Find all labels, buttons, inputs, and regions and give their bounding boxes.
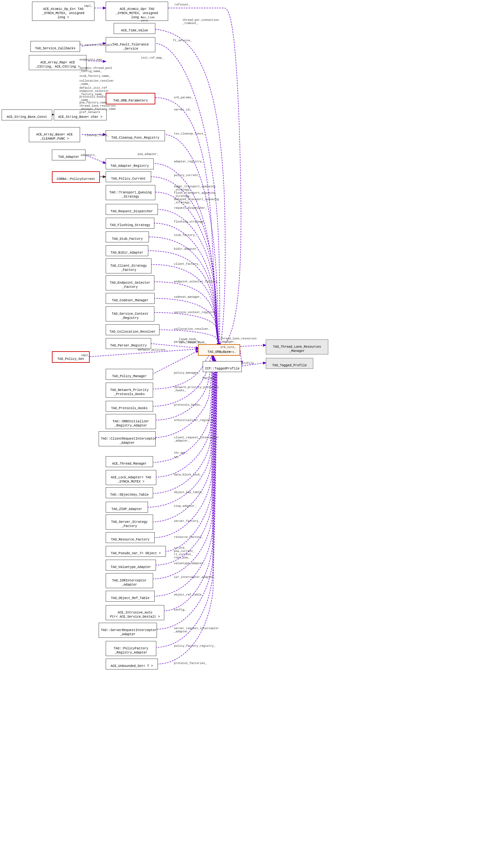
node-tao-orbinitializer-registry-adapter[interactable]: TAO::ORBInitializer _Registry_Adapter [106, 414, 156, 429]
node-tao-collocation-resolver[interactable]: TAO_Collocation_Resolver [106, 324, 159, 335]
label-collocation-resolver: collocation_resolver_ [174, 328, 210, 331]
node-tao-stub-factory[interactable]: TAO_Stub_Factory [106, 231, 149, 242]
label-server-factory: server_factory_ [174, 520, 200, 523]
label-adapters: adapters_ [81, 154, 96, 157]
node-tao-orb-parameters[interactable]: TAO_ORB_Parameters [106, 93, 155, 104]
node-tao-server-request-interceptor-adapter[interactable]: TAO::ServerRequestInterceptor _Adapter [99, 623, 157, 638]
label-protocol-factories: protocol_factories_ [174, 662, 207, 665]
label-policy-current: policy_current_ [174, 174, 200, 177]
label-adapter-registry: adapter_registry_ [174, 160, 204, 163]
node-ace-intrusive-auto-ptr[interactable]: ACE_Intrusive_Auto Ptr< ACE_Service_Gest… [106, 605, 164, 620]
label-thread-per-connection: thread_per_connection_timeout_ [183, 18, 219, 25]
label-lipwd-hook: lipwd_hook_sync_scope_hook_ [179, 338, 206, 344]
label-resource-factory: resource_factory_ [174, 536, 204, 539]
label-collocation-resolver-name: collocation_resolver_name_ [79, 79, 114, 86]
label-profile: profile_ [242, 362, 255, 365]
label-orb-core-2: orb_core_ [220, 351, 236, 354]
label-orb-core-1: orb_core_ [220, 346, 236, 349]
label-data-block-lock: data_block_lock_ [174, 473, 201, 477]
node-ace-lock-adapter-synch-mutex[interactable]: ACE_Lock_Adapter< TAO _SYNCH_MUTEX > [106, 470, 156, 485]
node-tao-codeset-manager[interactable]: TAO_Codeset_Manager [106, 293, 155, 304]
label-init-ref-map: init_ref_map_ [141, 56, 163, 59]
node-ace-thread-manager[interactable]: ACE_Thread_Manager [106, 456, 153, 467]
label-refcount: refcount_ [174, 3, 190, 6]
node-tao-adapter-registry[interactable]: TAO_Adapter_Registry [106, 159, 154, 169]
node-tao-thread-lane-resources-manager[interactable]: TAO_Thread_Lane_Resources _Manager [266, 339, 328, 355]
label-flush-transport: flush_transport_queueing_strategy_ [174, 191, 215, 198]
diagram-container: ACE_Atomic_Op_Ex< TAO _SYNCH_MUTEX, unsi… [0, 0, 498, 868]
label-stub-factory: stub_factory_ [174, 234, 196, 237]
label-cleanup-funcs: cleanup_funcs_ [85, 134, 109, 137]
node-tao-pseudo-var-tc-object[interactable]: TAO_Pseudo_Var_T< Object > [106, 546, 166, 557]
label-default-init-ref: default_init_ref [79, 86, 107, 90]
node-ace-atomic-op-tao[interactable]: ACE_Atomic_Op< TAO _SYNCH_MUTEX, unsigne… [106, 2, 168, 21]
node-tao-policy-set[interactable]: TAO_Policy_Set [52, 351, 90, 363]
node-tao-endpoint-selector-factory[interactable]: TAO_Endpoint_Selector _Factory [106, 275, 154, 290]
label-object-key-table: object_key_table_ [174, 491, 204, 494]
node-tao-policy-factory-registry-adapter[interactable]: TAO::PolicyFactory _Registry_Adapter [106, 641, 156, 656]
label-ior-interceptor-adapter: ior_interceptor_adapter_ [174, 576, 215, 579]
label-endpoints-map: endpoints_map_ [79, 58, 104, 62]
label-thread-lane-resources-manager: thread_lane_resources_manager_ [220, 337, 257, 344]
label-thr-mgr: thr_mgr_ [174, 452, 188, 455]
node-tao-parser-registry[interactable]: TAO_Parser_Registry [106, 338, 151, 349]
node-icp-tagged-profile[interactable]: ICP::TaggedProfile [203, 361, 242, 372]
node-tao-client-strategy-factory[interactable]: TAO_Client_Strategy _Factory [106, 258, 152, 273]
node-ace-time-value[interactable]: ACE_Time_Value [114, 23, 155, 34]
svg-line-9 [152, 351, 199, 374]
node-tao-resource-factory[interactable]: TAO_Resource_Factory [106, 532, 155, 543]
label-tm: tm_ [174, 456, 179, 459]
label-server-id: server_id_ [174, 108, 191, 111]
node-corba-policy-current[interactable]: CORBA::PolicyCurrent [52, 171, 100, 183]
node-tao-valuetype-adapter[interactable]: TAO_Valuetype_Adapter [106, 560, 156, 571]
node-tao-service-callbacks[interactable]: TAO_Service_Callbacks [30, 41, 80, 52]
label-object-ref-table: object_ref_table_ [174, 593, 204, 597]
label-tss-cleanup-funcs: tss_cleanup_funcs_ [174, 132, 205, 135]
node-tao-policy-current[interactable]: TAO_Policy_Current [106, 171, 151, 182]
label-client-factory: client_factory_ [174, 263, 200, 266]
label-service-context-registry: service_context_registry_ [174, 311, 217, 314]
node-tao-ziop-adapter[interactable]: TAO_ZIOP_Adapter [106, 502, 148, 512]
label-valuetype-adapter: valuetype_adapter_ [174, 562, 205, 565]
label-poa-adapter: poa_adapter_ [138, 153, 158, 156]
node-tao-bidir-adapter[interactable]: TAO_BiDir_Adapter [106, 245, 148, 256]
node-tao-transport-queuing-strategy[interactable]: TAO::Transport_Queuing _Strategy [106, 185, 155, 200]
label-request-dispatcher: request_dispatcher_ [174, 206, 207, 210]
node-tao-server-strategy-factory[interactable]: TAO_Server_Strategy _Factory [106, 515, 153, 530]
label-endpoint-selector-factory-name: endpoint_selector_factory_name_ [79, 90, 109, 96]
node-tao-cleanup-func-registry[interactable]: TAO_Cleanup_Func_Registry [106, 130, 165, 141]
label-orbinitializer-registry: orbinitializer_registry_ [174, 419, 215, 422]
node-ace-string-base-const[interactable]: ACE_String_Base_Const [2, 109, 52, 120]
label-factory: Factory [202, 376, 216, 380]
node-tao-client-request-interceptor-adapter[interactable]: TAO::ClientRequestInterceptor _Adapter [99, 431, 156, 446]
node-ace-array-map[interactable]: ACE_Array_Map< ACE _CString, ACE_CString… [29, 55, 87, 70]
node-tao-network-priority-protocols-hooks[interactable]: TAO_Network_Priority _Protocols_Hooks [106, 383, 153, 398]
node-tao-request-dispatcher[interactable]: TAO_Request_Dispatcher [106, 204, 158, 215]
node-tao-flushing-strategy[interactable]: TAO_Flushing_Strategy [106, 218, 154, 229]
node-tao-policy-manager[interactable]: TAO_Policy_Manager [106, 369, 153, 380]
label-default-policies: default_policies_ [138, 348, 167, 351]
node-tao-ior-interceptor-adapter[interactable]: TAO_IORInterceptor _Adapter [106, 573, 153, 588]
node-tao-protocols-hooks[interactable]: TAO_Protocols_Hooks [106, 401, 153, 412]
label-client-request-interceptor-adapter: client_request_interceptor_adapter_ [174, 436, 219, 442]
label-protocols-hooks-name: protocols_hooks_name_ [79, 95, 105, 102]
label-thread-lane-resources-manager-factory-name: thread_lane_resources_manager_factory_na… [79, 104, 116, 111]
label-rt-orb: rt_orb_poa_current_rt_current_root_poa_ [174, 547, 195, 559]
node-ace-array-base-cleanup[interactable]: ACE_Array_Base< ACE _CLEANUP_FUNC > [29, 127, 80, 142]
node-tao-service-context-registry[interactable]: TAO_Service_Context _Registry [106, 306, 154, 321]
label-ft-service-callback: ft_service_callback_ [79, 43, 114, 47]
label-poa-factory-name: poa_factory_name [79, 101, 107, 104]
label-impl: impl_ [84, 4, 93, 8]
label-max-time: max_timezero [141, 16, 155, 23]
label-eager-transport: eager_transport_queueing_strategy_ [174, 185, 215, 191]
label-network-priority-protocols-hooks: network_priority_protocols_hooks_ [174, 386, 219, 392]
label-ziop-adapter: ziop_adapter_ [174, 505, 196, 508]
label-protocols-hooks: protocols_hooks_ [174, 403, 201, 406]
label-impl-policy-set: impl_ [81, 354, 90, 357]
node-ace-unbounded-set[interactable]: ACE_Unbounded_Set< T > [106, 658, 158, 669]
node-tao-object-ref-table[interactable]: TAO_Object_Ref_Table [106, 591, 155, 602]
node-tao-tagged-profile[interactable]: TAO_Tagged_Profile [266, 358, 313, 369]
node-tao-objectkey-table[interactable]: TAO::ObjectKey_Table [106, 487, 153, 498]
label-ft-service: ft_service_ [173, 39, 192, 42]
label-policy-manager: policy_manager_ [174, 371, 200, 375]
